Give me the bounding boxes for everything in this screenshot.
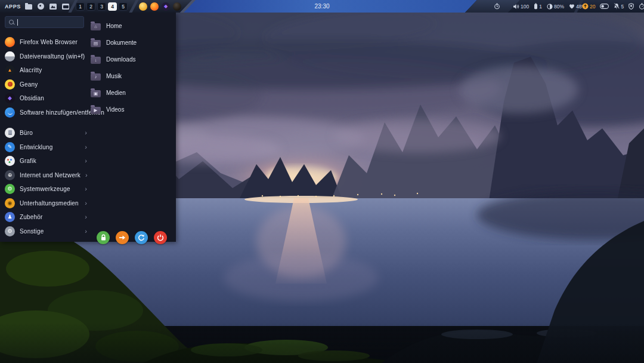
menu-app-obsidian[interactable]: ◆ Obsidian — [5, 91, 89, 106]
category-label: Grafik — [20, 158, 36, 164]
workspace-5[interactable]: 5 — [119, 2, 128, 11]
menu-app-geany[interactable]: Geany — [5, 78, 89, 92]
logout-button[interactable] — [116, 231, 129, 244]
workspace-switcher: 1 2 3 4 5 — [76, 0, 128, 13]
accessories-icon: ♟ — [5, 212, 15, 222]
place-videos[interactable]: ▶ Videos — [91, 101, 173, 118]
category-buero[interactable]: Büro › — [5, 126, 89, 140]
documents-folder-icon: ▤ — [91, 40, 101, 47]
image-icon[interactable] — [49, 4, 57, 10]
music-folder-icon: ♪ — [91, 73, 101, 81]
system-tools-icon: ⚙ — [5, 184, 15, 194]
menu-app-software[interactable]: Software hinzufügen/entfernen — [5, 106, 89, 120]
category-grafik[interactable]: Grafik › — [5, 154, 89, 168]
menu-app-file-manager[interactable]: Dateiverwaltung (win+f) — [5, 50, 89, 64]
workspace-3[interactable]: 3 — [97, 2, 106, 11]
status-group-tray: 20 5 — [582, 0, 644, 13]
videos-folder-icon: ▶ — [91, 107, 101, 114]
software-icon — [5, 107, 15, 118]
updates-value: 20 — [590, 4, 595, 10]
category-label: Zubehör — [20, 214, 43, 220]
apps-menu-button[interactable]: APPS — [5, 0, 21, 13]
category-systemwerkzeuge[interactable]: ⚙ Systemwerkzeuge › — [5, 182, 89, 196]
place-musik[interactable]: ♪ Musik — [91, 67, 173, 84]
category-internet[interactable]: ⊕ Internet und Netzwerk › — [5, 168, 89, 183]
speaker-icon — [513, 4, 519, 10]
obsidian-icon[interactable] — [162, 2, 170, 11]
category-label: Büro — [20, 130, 33, 136]
folder-icon[interactable] — [25, 4, 32, 10]
category-sonstige[interactable]: ⚙ Sonstige › — [5, 224, 89, 239]
menu-app-firefox[interactable]: Firefox Web Browser — [5, 35, 89, 50]
chevron-right-icon: › — [85, 186, 87, 192]
panel-clock[interactable]: 23:30 — [301, 0, 343, 13]
desktop: APPS 1 2 3 4 5 23:30 — [0, 0, 644, 363]
status-group-system: 100 1 80% 48% — [513, 0, 586, 13]
stopwatch-icon[interactable] — [639, 3, 644, 10]
shield-icon[interactable] — [628, 3, 634, 10]
updates-indicator[interactable]: 20 — [582, 3, 595, 10]
notifications-muted-indicator[interactable]: 5 — [614, 3, 624, 10]
dark-app-icon[interactable] — [173, 2, 181, 11]
globe-icon[interactable] — [38, 3, 44, 10]
place-dokumente[interactable]: ▤ Dokumente — [91, 34, 173, 51]
workspace-1[interactable]: 1 — [76, 2, 85, 11]
menu-search-box[interactable] — [5, 16, 84, 28]
network-icon: ⊕ — [5, 170, 15, 180]
firefox-icon — [5, 37, 15, 47]
chevron-right-icon: › — [85, 200, 87, 207]
category-unterhaltungsmedien[interactable]: ◉ Unterhaltungsmedien › — [5, 196, 89, 211]
shutdown-button[interactable] — [154, 231, 167, 244]
place-label: Videos — [106, 106, 124, 113]
app-label: Obsidian — [20, 95, 44, 101]
category-label: Internet und Netzwerk — [20, 172, 80, 179]
lock-icon — [100, 234, 107, 241]
volume-value: 100 — [521, 4, 529, 10]
text-caret — [17, 19, 18, 26]
place-home[interactable]: ⌂ Home — [91, 17, 173, 34]
battery-indicator[interactable]: 1 — [534, 3, 542, 10]
place-label: Medien — [106, 90, 126, 96]
heart-icon — [569, 4, 575, 9]
geany-icon — [5, 79, 15, 90]
volume-indicator[interactable]: 100 — [513, 4, 529, 10]
app-label: Geany — [20, 81, 38, 88]
workspace-2[interactable]: 2 — [86, 2, 95, 11]
bell-slash-icon — [614, 3, 620, 10]
menu-favorite-apps: Firefox Web Browser Dateiverwaltung (win… — [5, 35, 89, 119]
category-zubehoer[interactable]: ♟ Zubehör › — [5, 210, 89, 224]
lock-button[interactable] — [97, 231, 110, 244]
disk-value: 80% — [554, 4, 564, 10]
app-label: Alacritty — [20, 67, 42, 73]
other-icon: ⚙ — [5, 226, 15, 236]
toggle-icon[interactable] — [600, 4, 609, 9]
home-folder-icon: ⌂ — [91, 23, 101, 30]
file-manager-icon — [5, 51, 15, 61]
category-entwicklung[interactable]: ✎ Entwicklung › — [5, 140, 89, 155]
office-icon — [5, 128, 15, 138]
menu-categories: Büro › ✎ Entwicklung › Grafik › ⊕ Intern… — [5, 126, 89, 238]
downloads-folder-icon: ↓ — [91, 57, 101, 64]
app-menu: Firefox Web Browser Dateiverwaltung (win… — [0, 13, 176, 242]
window-icon[interactable] — [62, 4, 69, 10]
chevron-right-icon: › — [85, 172, 88, 179]
workspace-4-active[interactable]: 4 — [108, 2, 117, 11]
firefox-icon[interactable] — [150, 2, 159, 11]
graphics-icon — [5, 156, 15, 166]
alacritty-icon: ▲ — [5, 65, 15, 75]
place-downloads[interactable]: ↓ Downloads — [91, 51, 173, 67]
development-icon: ✎ — [5, 142, 15, 152]
menu-app-alacritty[interactable]: ▲ Alacritty — [5, 63, 89, 78]
category-label: Unterhaltungsmedien — [20, 200, 79, 207]
category-label: Systemwerkzeuge — [20, 186, 70, 192]
alarm-icon[interactable] — [494, 0, 500, 13]
power-icon — [157, 234, 164, 241]
restart-button[interactable] — [135, 231, 148, 244]
yellow-app-icon[interactable] — [139, 2, 147, 11]
chevron-right-icon: › — [85, 158, 87, 164]
session-actions — [97, 231, 167, 244]
place-label: Downloads — [106, 56, 135, 63]
place-medien[interactable]: ▣ Medien — [91, 84, 173, 101]
disk-indicator[interactable]: 80% — [547, 4, 564, 10]
search-input[interactable] — [21, 19, 80, 26]
